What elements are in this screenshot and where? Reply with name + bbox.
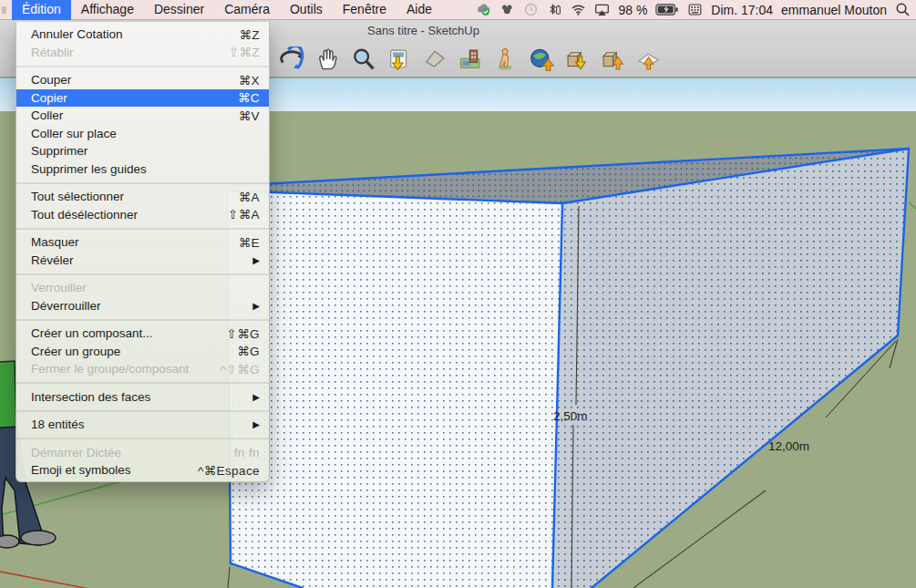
orbit-tool-button[interactable] (279, 46, 306, 73)
pan-tool-button[interactable] (314, 46, 342, 73)
upload-model-tool-button[interactable] (599, 46, 626, 73)
menu-item-label: Créer un groupe (31, 345, 237, 358)
menu-item-supprimer[interactable]: Supprimer (16, 142, 269, 160)
menu-item-emoji-et-symboles[interactable]: Emoji et symboles^⌘Espace (16, 461, 269, 480)
menu-item-shortcut: ⌘C (238, 90, 260, 105)
menubar-status-area: 98 % Dim. 17:04emmanuel Mouton (476, 0, 916, 20)
share-component-tool-button[interactable] (634, 46, 662, 73)
menu-item-label: Fermer le groupe/composant (31, 362, 221, 376)
menubar-item-affichage[interactable]: Affichage (71, 0, 144, 20)
menubar-item-aide[interactable]: Aide (396, 0, 442, 20)
box-left-face (227, 191, 562, 588)
previous-view-tool-button[interactable] (421, 46, 448, 73)
submenu-arrow-icon: ▶ (252, 419, 260, 429)
menu-item-déverrouiller[interactable]: Déverrouiller▶ (16, 297, 269, 315)
menubar-item-édition[interactable]: Édition (12, 0, 71, 20)
menubar-item-dessiner[interactable]: Dessiner (144, 0, 214, 20)
get-models-tool-button[interactable] (563, 46, 591, 73)
spotlight-icon[interactable] (895, 2, 911, 17)
menu-item-supprimer-les-guides[interactable]: Supprimer les guides (16, 160, 269, 179)
dimension-length-label: 12,00m (768, 439, 809, 453)
time-machine-icon[interactable] (523, 2, 539, 17)
menu-item-shortcut: ⌘G (237, 344, 260, 358)
add-location-tool-button[interactable] (457, 46, 484, 73)
menu-item-shortcut: ⌘X (239, 73, 260, 88)
menu-separator (16, 438, 269, 439)
menu-separator (16, 382, 269, 384)
zoom-extents-tool-button[interactable] (386, 46, 413, 73)
menu-item-label: Démarrer Dictée (31, 446, 234, 459)
menu-item-label: Tout désélectionner (31, 208, 228, 222)
menu-item-créer-un-groupe[interactable]: Créer un groupe⌘G (16, 343, 269, 361)
bluetooth-battery-icon[interactable] (547, 2, 562, 17)
menu-separator (16, 273, 269, 275)
menu-item-rétablir: Rétablir⇧⌘Z (16, 44, 269, 62)
menu-item-fermer-le-groupe-composant: Fermer le groupe/composant^⇧⌘G (16, 360, 269, 378)
sync-cloud-icon[interactable] (476, 2, 491, 17)
menu-item-couper[interactable]: Couper⌘X (16, 71, 269, 89)
menu-item-shortcut: fn fn (234, 446, 260, 459)
menu-item-tout-sélectionner[interactable]: Tout sélectionner⌘A (16, 188, 269, 206)
menu-item-créer-un-composant[interactable]: Créer un composant...⇧⌘G (16, 325, 269, 343)
menu-item-label: Emoji et symboles (31, 463, 198, 477)
submenu-arrow-icon: ▶ (252, 392, 260, 402)
airplay-icon[interactable] (594, 2, 610, 17)
menu-item-intersection-des-faces[interactable]: Intersection des faces▶ (16, 388, 269, 407)
wifi-icon[interactable] (571, 2, 586, 17)
menu-separator (16, 319, 269, 321)
menubar-left-sliver (0, 0, 12, 20)
status-user-name[interactable]: emmanuel Mouton (781, 3, 887, 17)
menu-item-shortcut: ⇧⌘Z (229, 45, 260, 59)
menu-separator (16, 66, 269, 67)
menu-item-shortcut: ⌘A (239, 190, 260, 204)
window-title: Sans titre - SketchUp (367, 24, 479, 37)
menu-item-verrouiller: Verrouiller (16, 279, 269, 297)
status-clock[interactable]: Dim. 17:04 (711, 3, 773, 17)
menu-item-label: Intersection des faces (31, 390, 245, 404)
menu-item-label: Déverrouiller (31, 299, 245, 313)
menu-item-label: Copier (31, 91, 238, 105)
menu-item-coller-sur-place[interactable]: Coller sur place (16, 125, 269, 143)
menu-item-label: Révéler (31, 253, 245, 267)
menu-item-label: Supprimer les guides (31, 162, 260, 176)
walk-tool-button[interactable] (492, 46, 520, 73)
status-battery-percent[interactable]: 98 % (618, 3, 647, 17)
menu-item-18-entités[interactable]: 18 entités▶ (16, 416, 269, 434)
input-source-icon[interactable] (687, 2, 703, 17)
menubar-menus: ÉditionAffichageDessinerCaméraOutilsFenê… (12, 0, 442, 20)
menu-item-shortcut: ⇧⌘A (228, 207, 260, 222)
menu-item-shortcut: ^⇧⌘G (221, 362, 260, 377)
menu-separator (16, 182, 269, 184)
menu-item-label: Supprimer (31, 144, 260, 158)
menu-item-shortcut: ⌘Z (239, 27, 260, 42)
google-earth-tool-button[interactable] (528, 46, 555, 73)
menubar-item-fenêtre[interactable]: Fenêtre (333, 0, 396, 20)
menu-item-label: Rétablir (31, 46, 229, 59)
menubar-item-caméra[interactable]: Caméra (214, 0, 280, 20)
menu-item-shortcut: ⌘V (239, 108, 260, 123)
menu-item-démarrer-dictée: Démarrer Dictéefn fn (16, 444, 269, 462)
menu-item-révéler[interactable]: Révéler▶ (16, 252, 269, 270)
menu-item-label: Masquer (31, 235, 239, 249)
menubar: ÉditionAffichageDessinerCaméraOutilsFenê… (0, 0, 916, 20)
menu-item-label: Couper (31, 73, 239, 87)
submenu-arrow-icon: ▶ (252, 255, 260, 265)
menu-item-label: Tout sélectionner (31, 190, 239, 203)
zoom-tool-button[interactable] (350, 46, 377, 73)
menu-item-coller[interactable]: Coller⌘V (16, 107, 269, 125)
menu-item-tout-désélectionner[interactable]: Tout désélectionner⇧⌘A (16, 206, 269, 224)
menubar-item-outils[interactable]: Outils (280, 0, 333, 20)
app-dots-icon[interactable] (499, 2, 515, 17)
menu-separator (16, 228, 269, 230)
menu-item-copier[interactable]: Copier⌘C (16, 89, 269, 108)
menu-item-label: Créer un composant... (31, 326, 226, 340)
battery-charging-icon[interactable] (655, 3, 679, 16)
menu-item-annuler-cotation[interactable]: Annuler Cotation⌘Z (16, 26, 269, 44)
menu-item-shortcut: ⇧⌘G (226, 326, 260, 341)
menu-item-label: Annuler Cotation (31, 27, 239, 41)
edit-menu-dropdown: Annuler Cotation⌘ZRétablir⇧⌘ZCouper⌘XCop… (15, 22, 270, 482)
menu-item-label: 18 entités (31, 418, 245, 431)
dimension-height-label: 2,50m (553, 409, 588, 423)
menu-item-label: Coller (31, 108, 239, 122)
menu-item-masquer[interactable]: Masquer⌘E (16, 233, 269, 252)
